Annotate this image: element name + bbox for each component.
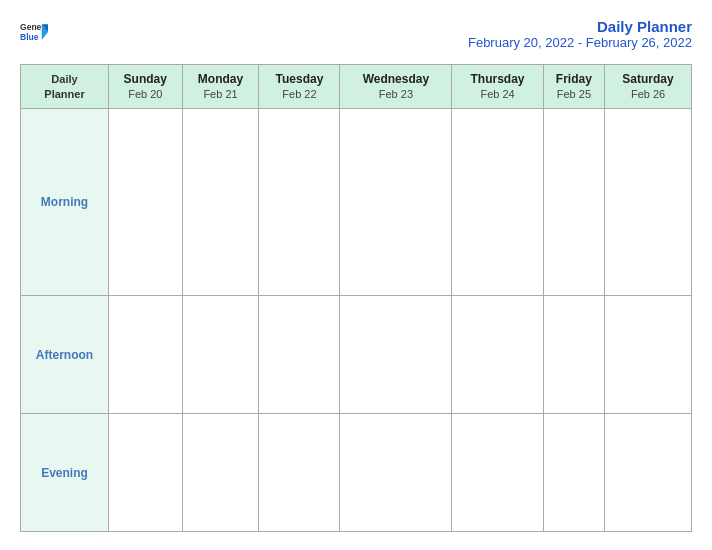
day-name-saturday: Saturday [605, 72, 691, 88]
col-header-wednesday: Wednesday Feb 23 [340, 65, 452, 109]
cell-evening-monday[interactable] [182, 414, 259, 532]
cell-afternoon-tuesday[interactable] [259, 296, 340, 414]
cell-morning-sunday[interactable] [109, 109, 183, 296]
generalblue-logo-icon: General Blue [20, 18, 48, 46]
day-name-monday: Monday [183, 72, 259, 88]
day-name-thursday: Thursday [452, 72, 542, 88]
cell-afternoon-wednesday[interactable] [340, 296, 452, 414]
title-area: Daily Planner February 20, 2022 - Februa… [468, 18, 692, 50]
col-header-tuesday: Tuesday Feb 22 [259, 65, 340, 109]
cell-afternoon-friday[interactable] [543, 296, 604, 414]
header-label-cell: Daily Planner [21, 65, 109, 109]
day-date-saturday: Feb 26 [605, 87, 691, 101]
header: General Blue Daily Planner February 20, … [20, 18, 692, 50]
cell-afternoon-saturday[interactable] [605, 296, 692, 414]
day-date-thursday: Feb 24 [452, 87, 542, 101]
cell-evening-thursday[interactable] [452, 414, 543, 532]
row-evening: Evening [21, 414, 692, 532]
cell-afternoon-thursday[interactable] [452, 296, 543, 414]
row-label-morning: Morning [21, 109, 109, 296]
day-name-wednesday: Wednesday [340, 72, 451, 88]
planner-title: Daily Planner [468, 18, 692, 35]
row-label-evening: Evening [21, 414, 109, 532]
cell-evening-friday[interactable] [543, 414, 604, 532]
cell-morning-monday[interactable] [182, 109, 259, 296]
day-name-tuesday: Tuesday [259, 72, 339, 88]
row-morning: Morning [21, 109, 692, 296]
col-header-saturday: Saturday Feb 26 [605, 65, 692, 109]
header-row: Daily Planner Sunday Feb 20 Monday Feb 2… [21, 65, 692, 109]
cell-morning-thursday[interactable] [452, 109, 543, 296]
cell-evening-wednesday[interactable] [340, 414, 452, 532]
calendar-table: Daily Planner Sunday Feb 20 Monday Feb 2… [20, 64, 692, 532]
row-label-afternoon: Afternoon [21, 296, 109, 414]
header-label-line1: Daily [51, 73, 77, 85]
row-afternoon: Afternoon [21, 296, 692, 414]
day-date-monday: Feb 21 [183, 87, 259, 101]
cell-afternoon-monday[interactable] [182, 296, 259, 414]
page: General Blue Daily Planner February 20, … [0, 0, 712, 550]
day-date-friday: Feb 25 [544, 87, 604, 101]
svg-text:Blue: Blue [20, 32, 39, 42]
cell-morning-saturday[interactable] [605, 109, 692, 296]
logo-area: General Blue [20, 18, 48, 46]
col-header-monday: Monday Feb 21 [182, 65, 259, 109]
header-label-line2: Planner [44, 88, 84, 100]
cell-morning-friday[interactable] [543, 109, 604, 296]
day-name-sunday: Sunday [109, 72, 182, 88]
cell-evening-sunday[interactable] [109, 414, 183, 532]
col-header-thursday: Thursday Feb 24 [452, 65, 543, 109]
date-range: February 20, 2022 - February 26, 2022 [468, 35, 692, 50]
cell-evening-tuesday[interactable] [259, 414, 340, 532]
cell-morning-tuesday[interactable] [259, 109, 340, 296]
col-header-friday: Friday Feb 25 [543, 65, 604, 109]
day-date-sunday: Feb 20 [109, 87, 182, 101]
cell-afternoon-sunday[interactable] [109, 296, 183, 414]
cell-morning-wednesday[interactable] [340, 109, 452, 296]
cell-evening-saturday[interactable] [605, 414, 692, 532]
day-date-wednesday: Feb 23 [340, 87, 451, 101]
day-date-tuesday: Feb 22 [259, 87, 339, 101]
day-name-friday: Friday [544, 72, 604, 88]
col-header-sunday: Sunday Feb 20 [109, 65, 183, 109]
